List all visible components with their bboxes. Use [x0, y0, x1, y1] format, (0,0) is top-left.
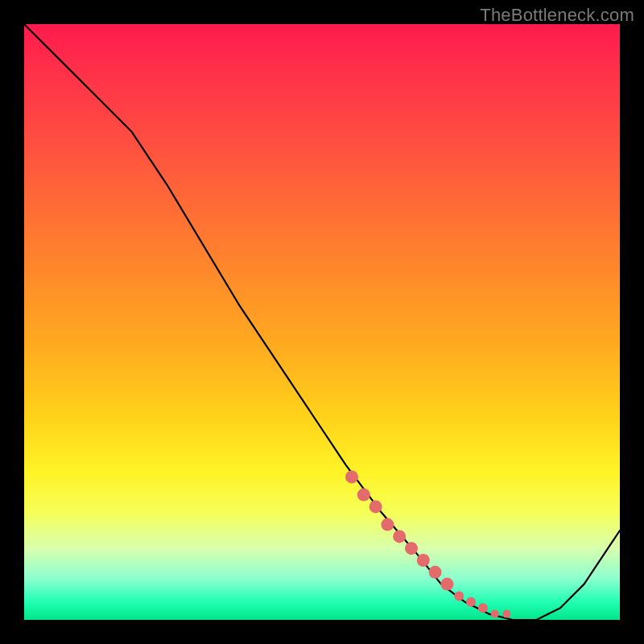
highlight-dot [502, 610, 510, 618]
plot-area [24, 24, 620, 620]
highlight-dot [357, 489, 370, 502]
highlight-dots [345, 470, 510, 617]
chart-frame: TheBottleneck.com [0, 0, 644, 644]
plot-svg [24, 24, 620, 620]
highlight-dot [466, 597, 476, 607]
highlight-dot [405, 542, 418, 555]
data-curve [24, 24, 620, 620]
highlight-dot [491, 610, 499, 618]
highlight-dot [454, 591, 464, 601]
highlight-dot [369, 500, 382, 513]
highlight-dot [429, 566, 442, 579]
attribution-label: TheBottleneck.com [480, 5, 634, 26]
highlight-dot [417, 554, 430, 567]
highlight-dot [345, 470, 358, 483]
highlight-dot [381, 518, 394, 531]
highlight-dot [440, 578, 453, 591]
highlight-dot [393, 530, 406, 543]
highlight-dot [478, 603, 488, 613]
